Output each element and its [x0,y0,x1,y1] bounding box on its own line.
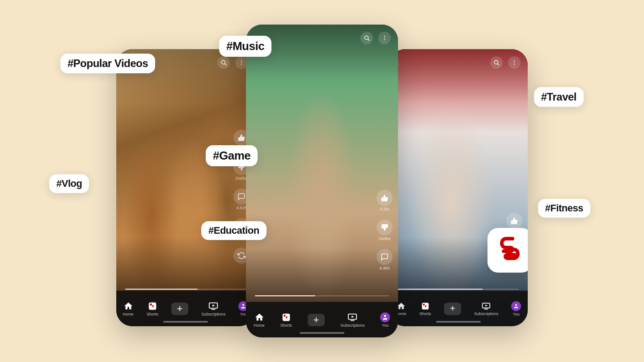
home-icon-left [123,301,133,311]
add-button-center[interactable]: + [308,314,325,326]
subscriptions-icon-right [482,302,491,311]
comment-action-center[interactable]: 9,365 [377,249,393,270]
svg-point-26 [384,315,386,317]
nav-subscriptions-right[interactable]: Subscriptions [474,302,498,316]
nav-subscriptions-center[interactable]: Subscriptions [340,312,364,328]
avatar-center [380,312,390,322]
overlay-bottom-center [246,248,398,302]
nav-add-right[interactable]: + [444,303,461,315]
side-actions-center: 5.2M Dislike [377,190,393,270]
hashtag-vlog: #Vlog [49,174,89,193]
comment-count-left: 4,625 [237,206,247,210]
like-count-center: 5.2M [380,207,389,211]
svg-point-20 [384,39,385,40]
subscriptions-icon-center [347,312,357,322]
svg-point-30 [514,62,515,63]
topbar-right: ‹ [389,49,528,71]
hashtag-game: #Game [206,145,258,166]
nav-you-center[interactable]: You [380,312,390,328]
svg-point-34 [423,303,424,305]
hashtag-music: #Music [219,36,271,57]
subscriptions-icon-left [208,301,218,311]
hashtag-travel: #Travel [534,87,584,107]
nav-add-left[interactable]: + [171,303,188,315]
you-label-right: You [513,312,520,316]
subscriptions-label-right: Subscriptions [474,311,498,316]
home-label-center: Home [254,323,265,328]
svg-point-15 [242,303,245,306]
phone-center: ‹ [246,25,398,337]
nav-add-center[interactable]: + [308,314,325,326]
main-scene: 2.4M Dislike [31,11,613,351]
phone-left: 2.4M Dislike [116,49,255,326]
svg-point-19 [384,38,385,38]
svg-marker-24 [352,316,354,318]
subscriptions-label-left: Subscriptions [201,312,225,316]
nav-shorts-right[interactable]: Shorts [419,302,431,316]
svg-point-29 [514,60,515,61]
hashtag-fitness: #Fitness [538,199,590,218]
progress-bar-center[interactable] [255,295,389,296]
svg-point-38 [515,304,517,306]
add-button-left[interactable]: + [171,303,188,315]
avatar-right [511,301,521,311]
yt-shorts-svg [494,234,526,266]
svg-point-4 [241,64,242,65]
more-icon-right[interactable] [508,56,521,69]
you-label-center: You [382,323,389,328]
svg-line-28 [498,64,499,65]
progress-fill-right [398,289,483,290]
progress-bar-left[interactable] [125,289,246,290]
shorts-icon-center [281,312,291,322]
svg-point-18 [384,36,385,37]
shorts-icon-right [421,302,430,311]
dislike-label-center: Dislike [379,236,391,241]
comment-count-center: 9,365 [380,266,390,270]
search-icon-right[interactable] [490,56,503,69]
youtube-shorts-logo [487,228,528,273]
progress-fill-center [255,295,315,296]
shorts-label-right: Shorts [419,311,431,316]
hashtag-popular-videos: #Popular Videos [60,54,155,73]
home-indicator-right [436,321,481,323]
search-icon-left[interactable] [217,56,230,69]
svg-marker-36 [486,304,488,306]
home-icon-center [254,312,264,322]
progress-fill-left [125,289,198,290]
nav-home-center[interactable]: Home [254,312,265,328]
svg-point-3 [241,62,242,63]
shorts-icon-left [148,301,157,311]
nav-you-right[interactable]: You [511,301,521,316]
shorts-label-center: Shorts [280,323,292,328]
add-button-right[interactable]: + [444,303,461,315]
nav-subscriptions-left[interactable]: Subscriptions [201,301,225,316]
nav-shorts-left[interactable]: Shorts [147,301,158,316]
svg-point-31 [514,64,515,65]
like-action-center[interactable]: 5.2M [377,190,393,211]
home-indicator-left [163,321,208,323]
dislike-action-center[interactable]: Dislike [377,219,393,241]
subscriptions-label-center: Subscriptions [340,323,364,328]
svg-line-1 [225,64,226,65]
more-icon-center[interactable] [378,32,391,44]
svg-point-2 [241,60,242,61]
progress-bar-right[interactable] [398,289,519,290]
shorts-label-left: Shorts [147,312,158,316]
home-indicator-center [300,332,344,334]
svg-point-22 [284,315,286,317]
svg-marker-13 [212,304,215,307]
hashtag-education: #Education [201,221,267,240]
home-label-left: Home [123,312,134,316]
nav-shorts-center[interactable]: Shorts [280,312,292,328]
search-icon-center[interactable] [360,32,373,44]
svg-line-17 [368,39,369,41]
nav-home-left[interactable]: Home [123,301,134,316]
phone-right: ‹ [389,49,528,326]
